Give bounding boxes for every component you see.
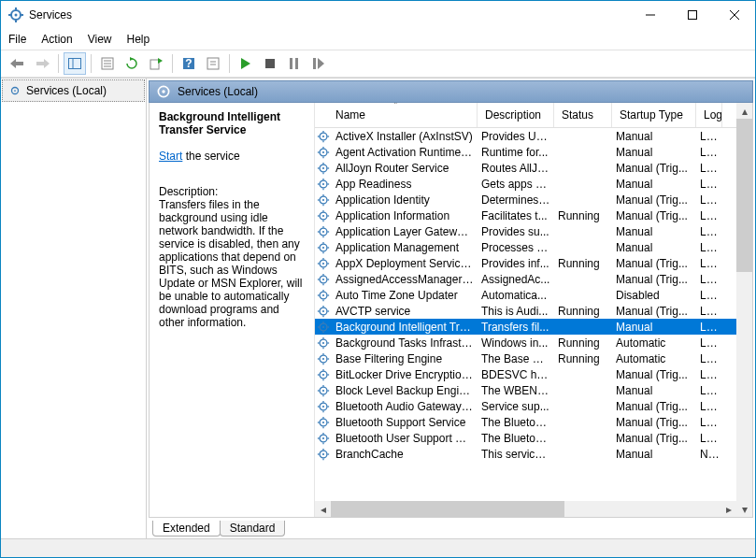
stop-service-button[interactable] xyxy=(259,52,281,75)
svg-point-35 xyxy=(14,90,16,92)
cell-startup: Manual xyxy=(612,384,696,397)
show-hide-tree-button[interactable] xyxy=(64,52,86,75)
menu-help[interactable]: Help xyxy=(127,33,150,46)
tab-standard[interactable]: Standard xyxy=(220,521,286,537)
cell-name: Base Filtering Engine xyxy=(332,352,478,365)
svg-point-123 xyxy=(322,357,324,359)
cell-description: Routes AllJo... xyxy=(478,162,554,175)
vscroll-thumb[interactable] xyxy=(736,119,752,272)
scroll-down-icon[interactable]: ▾ xyxy=(736,501,752,517)
scroll-right-icon[interactable]: ▸ xyxy=(720,501,736,517)
svg-marker-20 xyxy=(130,57,134,61)
detail-pane: Background Intelligent Transfer Service … xyxy=(150,103,314,517)
gear-icon xyxy=(315,336,332,350)
cell-name: Application Identity xyxy=(332,193,478,207)
service-row[interactable]: Bluetooth User Support Ser...The Bluetoo… xyxy=(315,430,736,446)
cell-status: Running xyxy=(554,352,612,365)
svg-point-117 xyxy=(322,341,324,343)
gear-icon xyxy=(315,432,332,445)
menu-action[interactable]: Action xyxy=(41,33,72,46)
svg-marker-12 xyxy=(44,59,50,68)
gear-icon xyxy=(315,178,332,191)
service-row[interactable]: Auto Time Zone UpdaterAutomatica...Disab… xyxy=(315,287,736,303)
cell-startup: Disabled xyxy=(612,289,696,302)
service-row[interactable]: Bluetooth Support ServiceThe Bluetoo...M… xyxy=(315,414,736,430)
cell-description: Transfers fil... xyxy=(478,321,554,334)
service-row[interactable]: Block Level Backup Engine ...The WBENG..… xyxy=(315,382,736,398)
cell-startup: Automatic xyxy=(612,336,696,350)
cell-startup: Manual (Trig... xyxy=(612,400,696,413)
column-name[interactable]: Name˄ xyxy=(315,103,478,127)
about-button[interactable] xyxy=(202,52,224,75)
titlebar[interactable]: Services xyxy=(1,1,755,29)
horizontal-scrollbar[interactable]: ◂ ▸ xyxy=(315,501,736,517)
cell-description: Provides su... xyxy=(478,225,554,238)
svg-point-37 xyxy=(162,90,164,93)
svg-point-129 xyxy=(322,373,324,375)
forward-button[interactable] xyxy=(31,52,53,75)
gear-icon xyxy=(315,305,332,318)
start-service-button[interactable] xyxy=(235,52,257,75)
svg-rect-32 xyxy=(313,58,316,69)
service-row[interactable]: Agent Activation Runtime_...Runtime for.… xyxy=(315,144,736,160)
column-logon[interactable]: Log xyxy=(696,103,722,127)
service-row[interactable]: Bluetooth Audio Gateway S...Service sup.… xyxy=(315,398,736,414)
svg-marker-33 xyxy=(318,58,324,69)
service-row[interactable]: Application IdentityDetermines ...Manual… xyxy=(315,192,736,207)
scroll-left-icon[interactable]: ◂ xyxy=(315,501,331,517)
view-tabs: Extended Standard xyxy=(149,518,753,537)
menubar: File Action View Help xyxy=(1,29,755,50)
refresh-button[interactable] xyxy=(121,52,143,75)
column-description[interactable]: Description xyxy=(478,103,554,127)
minimize-button[interactable] xyxy=(629,1,671,29)
service-row[interactable]: Application ManagementProcesses in...Man… xyxy=(315,239,736,255)
service-row[interactable]: ActiveX Installer (AxInstSV)Provides Us.… xyxy=(315,128,736,144)
service-row[interactable]: Application Layer Gateway ...Provides su… xyxy=(315,223,736,239)
cell-description: This is Audi... xyxy=(478,305,554,318)
cell-startup: Manual xyxy=(612,321,696,334)
export-button[interactable] xyxy=(145,52,167,75)
svg-rect-13 xyxy=(36,62,44,65)
service-row[interactable]: App ReadinessGets apps re...ManualLoca xyxy=(315,176,736,192)
pause-service-button[interactable] xyxy=(283,52,306,75)
scroll-up-icon[interactable]: ▴ xyxy=(736,103,752,119)
cell-logon: Loca xyxy=(696,352,722,365)
service-row[interactable]: AllJoyn Router ServiceRoutes AllJo...Man… xyxy=(315,160,736,176)
service-row[interactable]: BitLocker Drive Encryption ...BDESVC hos… xyxy=(315,366,736,382)
content-header: Services (Local) xyxy=(149,80,753,103)
service-row[interactable]: AppX Deployment Service (...Provides inf… xyxy=(315,255,736,271)
service-row[interactable]: Application InformationFacilitates t...R… xyxy=(315,207,736,223)
cell-startup: Automatic xyxy=(612,352,696,365)
window-title: Services xyxy=(29,8,72,21)
svg-point-63 xyxy=(322,198,324,200)
svg-marker-22 xyxy=(158,58,163,64)
menu-view[interactable]: View xyxy=(88,33,112,46)
gear-icon xyxy=(315,321,332,334)
maximize-button[interactable] xyxy=(671,1,713,29)
service-row[interactable]: AssignedAccessManager Se...AssignedAc...… xyxy=(315,271,736,287)
help-button[interactable]: ? xyxy=(178,52,200,75)
service-row[interactable]: Base Filtering EngineThe Base Fil...Runn… xyxy=(315,351,736,366)
close-button[interactable] xyxy=(713,1,755,29)
restart-service-button[interactable] xyxy=(307,52,330,75)
tab-extended[interactable]: Extended xyxy=(152,521,221,537)
back-button[interactable] xyxy=(7,52,29,75)
service-row[interactable]: AVCTP serviceThis is Audi...RunningManua… xyxy=(315,303,736,319)
hscroll-thumb[interactable] xyxy=(331,501,564,517)
vertical-scrollbar[interactable]: ▴ ▾ xyxy=(736,103,752,517)
column-status[interactable]: Status xyxy=(554,103,612,127)
menu-file[interactable]: File xyxy=(8,33,26,46)
gear-icon xyxy=(155,83,172,100)
cell-startup: Manual (Trig... xyxy=(612,209,696,222)
start-service-link[interactable]: Start xyxy=(159,150,182,163)
service-row[interactable]: Background Intelligent Tran...Transfers … xyxy=(315,319,736,335)
svg-point-1 xyxy=(15,14,18,17)
service-rows[interactable]: ActiveX Installer (AxInstSV)Provides Us.… xyxy=(315,128,736,501)
service-row[interactable]: BranchCacheThis service ...ManualNetv xyxy=(315,446,736,462)
tree-item-services-local[interactable]: Services (Local) xyxy=(2,79,145,102)
gear-icon xyxy=(315,448,332,461)
properties-button[interactable] xyxy=(96,52,119,75)
svg-point-147 xyxy=(322,421,324,422)
service-row[interactable]: Background Tasks Infrastruc...Windows in… xyxy=(315,335,736,351)
column-startup[interactable]: Startup Type xyxy=(612,103,696,127)
